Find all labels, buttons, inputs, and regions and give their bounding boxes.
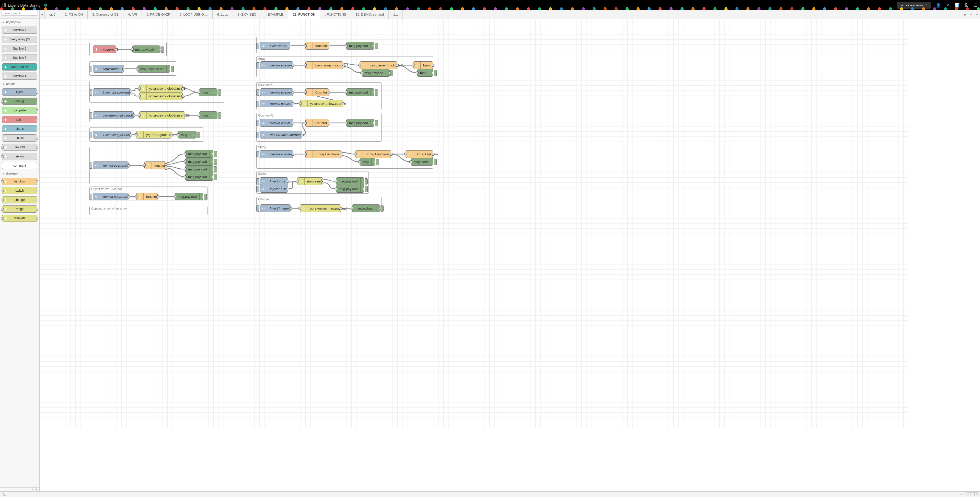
flow-node-debug[interactable]: msg.payload≡	[185, 165, 213, 173]
flow-node-debug[interactable]: msg.payload≡	[346, 119, 374, 127]
flow-node-catch[interactable]: !ловить: 1	[93, 46, 116, 53]
palette-node[interactable]: ◆link out	[2, 153, 37, 160]
tab-9[interactable]: 13. FUNCTION	[288, 10, 320, 19]
tab-7[interactable]: 8. EXM SEC	[233, 10, 261, 19]
flow-node-debug[interactable]: msg≡	[199, 88, 218, 96]
tab-10[interactable]: . FUNCTIONS	[320, 10, 351, 19]
flow-node-function[interactable]: ƒfunction	[305, 42, 329, 49]
tab-11[interactable]: 15. DEMO: set and	[351, 10, 389, 19]
flow-node-inject[interactable]: ➪запустить ↻	[93, 65, 124, 73]
palette-collapse-up[interactable]: ▴	[31, 488, 34, 491]
debug-button[interactable]	[204, 194, 207, 200]
flow-node-inject[interactable]: ➪Inject False	[260, 185, 288, 193]
flow-node-inject[interactable]: ➪метка времени	[260, 150, 293, 158]
debug-button[interactable]	[218, 89, 221, 96]
debug-button[interactable]	[380, 205, 383, 212]
flow-node-function[interactable]: ƒCounter	[305, 88, 329, 96]
inject-button[interactable]	[256, 205, 259, 212]
palette-node[interactable]: ◆Subflow 4	[2, 73, 37, 80]
inject-button[interactable]	[89, 66, 92, 72]
debug-button[interactable]	[218, 112, 221, 119]
palette-node[interactable]: ◆inject	[2, 88, 37, 96]
debug-button[interactable]	[434, 159, 437, 165]
flow-node-inject[interactable]: ➪метка времени	[260, 119, 293, 127]
inject-button[interactable]	[256, 186, 259, 192]
palette-node[interactable]: ◆link call	[2, 143, 37, 151]
flow-node-function[interactable]: ƒbasic array functions 1	[305, 61, 343, 69]
flow-node-inject[interactable]: ➪метка времени	[260, 88, 293, 96]
flow-node-function[interactable]: ƒfunction	[145, 161, 166, 169]
palette-node[interactable]: ◆comment	[2, 162, 37, 169]
nav-icon[interactable]: ▱	[961, 492, 964, 496]
canvas-viewport[interactable]: Object.freeze() MethodCopying a part of …	[40, 19, 980, 491]
flow-node-debug[interactable]: msg≡	[417, 69, 433, 76]
inject-button[interactable]	[256, 151, 259, 158]
tab-5[interactable]: 6. LOOP USING ...	[175, 10, 213, 19]
tab-scroll-left[interactable]: ◄	[40, 10, 45, 19]
flow-group[interactable]: Copying a part of an array	[89, 206, 207, 215]
palette-node[interactable]: ◆template	[2, 215, 37, 222]
flow-node-inject[interactable]: ➪метка времени	[260, 61, 293, 69]
flow-node-change[interactable]: ⇆установить flow.counter	[300, 100, 343, 107]
inject-button[interactable]	[256, 89, 259, 96]
category-header[interactable]: подпотоки	[0, 19, 39, 25]
inject-button[interactable]	[256, 43, 259, 49]
flow-node-function[interactable]: ƒCounter	[305, 119, 329, 127]
flow-node-function[interactable]: ƒbasic ar	[413, 61, 433, 69]
flow-node-debug[interactable]: msg.payload≡	[346, 42, 374, 49]
zoom-in[interactable]: +	[975, 493, 978, 496]
debug-button[interactable]	[161, 46, 164, 53]
flow-node-debug[interactable]: msg.payload≡	[185, 173, 213, 181]
debug-button[interactable]	[365, 178, 368, 185]
inject-button[interactable]	[89, 194, 92, 200]
flow-node-debug[interactable]: msg.payload≡	[132, 46, 161, 53]
flow-node-debug[interactable]: msg.payload≡	[352, 204, 380, 212]
flow-node-inject[interactable]: ➪1:метка времени	[93, 131, 130, 139]
flow-node-inject[interactable]: ➪1:метка времени	[93, 88, 130, 96]
close-icon[interactable]: ✕	[946, 3, 949, 8]
palette-node[interactable]: ◆change	[2, 196, 37, 203]
inject-button[interactable]	[256, 178, 259, 185]
flow-node-change[interactable]: ⇆установить global.user2.ID	[139, 112, 185, 119]
flow-node-change[interactable]: ⇆установить global.user2	[139, 92, 183, 100]
inject-button[interactable]	[256, 101, 259, 107]
flow-node-debug[interactable]: msg.payload≡	[346, 88, 374, 96]
flow-node-inject[interactable]: ➪метка времени	[93, 161, 129, 169]
inject-button[interactable]	[89, 132, 92, 138]
debug-button[interactable]	[375, 120, 378, 126]
palette-node[interactable]: ◆switch	[2, 187, 37, 194]
search-icon[interactable]: 🔍	[2, 492, 6, 496]
debug-button[interactable]	[375, 43, 378, 49]
palette-node[interactable]: ◆DoroSubflow	[2, 64, 37, 70]
flow-node-debug[interactable]: msg≡	[360, 158, 375, 166]
user-icon[interactable]: 👤	[936, 3, 941, 8]
flow-node-debug[interactable]: msg.payload≡	[185, 150, 213, 158]
deploy-button[interactable]: ⇥ Развернуть	[897, 2, 931, 9]
tab-list-button[interactable]: ▾	[974, 10, 980, 19]
map-icon[interactable]: ▭	[956, 492, 959, 496]
debug-button[interactable]	[376, 159, 379, 165]
flow-node-debug[interactable]: msg.payload≡	[336, 177, 364, 185]
flow-node-function[interactable]: ƒString Functions 1	[305, 150, 341, 158]
tab-add-button[interactable]: ＋	[968, 10, 974, 19]
tab-12[interactable]: 1...	[389, 10, 403, 19]
flow-node-change[interactable]: ⇆установить msg.payload	[300, 204, 341, 212]
stats-icon[interactable]: 📊	[955, 3, 959, 8]
debug-button[interactable]	[214, 166, 217, 172]
menu-icon[interactable]: ☰	[974, 3, 977, 8]
flow-node-inject[interactable]: ➪Hello world!	[260, 42, 290, 49]
debug-button[interactable]	[171, 66, 174, 72]
flow-node-inject[interactable]: ➪метка времени	[260, 100, 293, 107]
flow-node-change[interactable]: ⇆направить	[297, 177, 323, 185]
palette-node[interactable]: ◆query array (2)	[2, 36, 37, 43]
flow-node-change[interactable]: ⇆удалить global.user1	[136, 131, 172, 139]
palette-node[interactable]: ◆complete	[2, 107, 37, 114]
debug-button[interactable]	[390, 70, 393, 76]
tab-6[interactable]: 6. Loop	[213, 10, 233, 19]
palette-filter-input[interactable]	[2, 11, 38, 16]
flow-node-inject[interactable]: ➪reset:метка времени	[260, 131, 302, 139]
inject-button[interactable]	[256, 62, 259, 68]
zoom-reset[interactable]: ○	[970, 493, 975, 496]
inject-button[interactable]	[89, 162, 92, 169]
debug-button[interactable]	[375, 89, 378, 96]
